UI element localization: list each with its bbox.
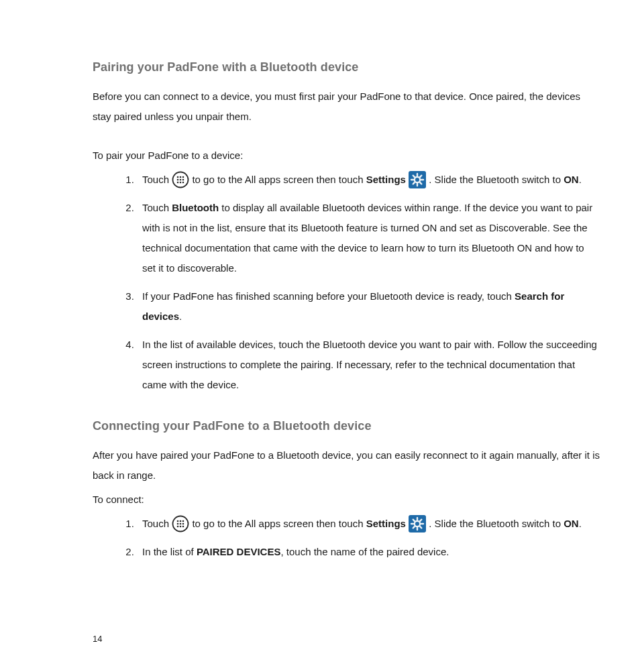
svg-point-4 <box>177 179 179 181</box>
svg-line-36 <box>413 520 415 521</box>
svg-point-8 <box>180 182 182 184</box>
svg-point-7 <box>177 182 179 184</box>
text: . <box>179 311 182 322</box>
svg-point-5 <box>180 179 182 181</box>
section1-step3: If your PadFone has finished scanning be… <box>137 286 600 327</box>
settings-icon <box>409 515 426 533</box>
svg-point-3 <box>182 176 184 178</box>
svg-point-29 <box>182 526 184 528</box>
page-number: 14 <box>93 634 102 644</box>
section2-step2: In the list of PAIRED DEVICES, touch the… <box>137 542 600 562</box>
section1-intro: Before you can connect to a device, you … <box>93 87 600 127</box>
text: . <box>579 174 582 185</box>
section1-step1: Touch to go to the All apps screen then … <box>137 170 600 190</box>
svg-line-17 <box>420 176 421 177</box>
svg-line-16 <box>413 176 415 177</box>
text: Touch <box>142 202 172 213</box>
all-apps-icon <box>172 515 189 533</box>
svg-line-38 <box>413 526 415 528</box>
document-page: Pairing your PadFone with a Bluetooth de… <box>0 0 640 672</box>
bluetooth-label: Bluetooth <box>172 202 219 213</box>
svg-line-19 <box>420 182 421 184</box>
svg-line-37 <box>420 520 421 521</box>
svg-point-24 <box>177 523 179 525</box>
settings-label: Settings <box>366 518 406 529</box>
svg-line-18 <box>413 182 415 184</box>
svg-point-6 <box>182 179 184 181</box>
section2-heading: Connecting your PadFone to a Bluetooth d… <box>93 419 600 433</box>
section2-lead: To connect: <box>93 490 600 510</box>
text: Touch <box>142 174 172 185</box>
text: . <box>579 518 582 529</box>
text: Touch <box>142 518 172 529</box>
text: to go to the All apps screen then touch <box>192 174 366 185</box>
section1-step2: Touch Bluetooth to display all available… <box>137 198 600 278</box>
section1-step4: In the list of available devices, touch … <box>137 335 600 395</box>
svg-point-21 <box>177 520 179 522</box>
text: If your PadFone has finished scanning be… <box>142 290 515 302</box>
on-label: ON <box>564 174 579 185</box>
svg-point-26 <box>182 523 184 525</box>
text: to go to the All apps screen then touch <box>192 518 366 529</box>
svg-point-27 <box>177 526 179 528</box>
text: , touch the name of the paired device. <box>280 546 449 557</box>
section2-intro: After you have paired your PadFone to a … <box>93 445 600 486</box>
text: . Slide the Bluetooth switch to <box>429 174 564 185</box>
section1-steps: Touch to go to the All apps screen then … <box>93 170 600 395</box>
section1-lead: To pair your PadFone to a device: <box>93 146 600 166</box>
on-label: ON <box>564 518 579 529</box>
svg-point-28 <box>180 526 182 528</box>
all-apps-icon <box>172 171 189 188</box>
svg-point-23 <box>182 520 184 522</box>
svg-point-25 <box>180 523 182 525</box>
settings-icon <box>409 171 426 188</box>
section1-heading: Pairing your PadFone with a Bluetooth de… <box>93 60 600 74</box>
text: . Slide the Bluetooth switch to <box>429 518 564 529</box>
svg-point-1 <box>177 176 179 178</box>
svg-point-22 <box>180 520 182 522</box>
settings-label: Settings <box>366 174 406 185</box>
svg-line-39 <box>420 526 421 528</box>
svg-point-9 <box>182 182 184 184</box>
section2-step1: Touch to go to the A <box>137 514 600 534</box>
svg-point-2 <box>180 176 182 178</box>
paired-devices-label: PAIRED DEVICES <box>197 546 281 557</box>
text: In the list of <box>142 546 197 557</box>
section2-steps: Touch to go to the A <box>93 514 600 562</box>
